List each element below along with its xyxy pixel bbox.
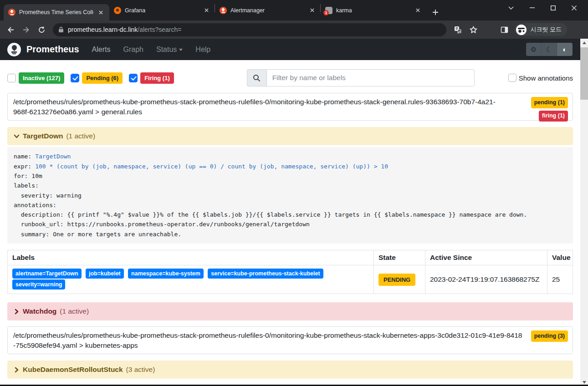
table-row: alertname=TargetDown job=kubelet namespa…: [8, 265, 573, 294]
column-header-labels: Labels: [8, 250, 374, 265]
incognito-icon: [516, 25, 527, 35]
rule-group-card-general: /etc/prometheus/rules/prometheus-kube-pr…: [7, 93, 573, 121]
nav-status[interactable]: Status: [156, 46, 183, 54]
incognito-badge[interactable]: 시크릿 모드: [515, 23, 567, 36]
column-header-active-since: Active Since: [425, 250, 547, 265]
window-controls: [501, 0, 584, 15]
pending-count-badge: pending (3): [531, 330, 568, 342]
close-icon[interactable]: [563, 0, 584, 15]
browser-toolbar: prometheus.learn-dc.link/alerts?search= …: [0, 20, 588, 39]
scroll-up-icon[interactable]: [580, 39, 588, 46]
show-annotations-label: Show annotations: [519, 74, 573, 82]
firing-filter-badge[interactable]: Firing (1): [140, 72, 174, 84]
url-host: prometheus.learn-dc.link: [68, 26, 138, 33]
chevron-down-icon: [179, 49, 183, 51]
maximize-icon[interactable]: [542, 0, 563, 15]
show-annotations-toggle[interactable]: Show annotations: [508, 74, 573, 82]
tab-close-icon[interactable]: [203, 6, 210, 14]
theme-switcher: ⚙ ☾ ◐: [526, 43, 573, 56]
search-input[interactable]: [266, 69, 475, 86]
chevron-right-icon: [14, 367, 20, 373]
tab-close-icon[interactable]: [97, 9, 105, 16]
tab-grafana[interactable]: Grafana: [109, 0, 215, 20]
rule-group-card-kubernetes-apps: /etc/prometheus/rules/prometheus-kube-pr…: [7, 326, 573, 354]
tab-prometheus[interactable]: Prometheus Time Series Collecti: [4, 4, 109, 20]
column-header-value: Value: [547, 250, 573, 265]
value-cell: 25: [547, 265, 573, 294]
settings-gear-icon[interactable]: ⚙: [526, 43, 542, 56]
alert-toggle-targetdown[interactable]: TargetDown (1 active): [7, 127, 573, 145]
reload-icon[interactable]: [35, 23, 48, 36]
page-scrollbar[interactable]: [580, 39, 588, 386]
label-badge: alertname=TargetDown: [12, 269, 82, 279]
tab-title: Prometheus Time Series Collecti: [19, 9, 93, 15]
prometheus-navbar: Prometheus Alerts Graph Status Help ⚙ ☾ …: [0, 39, 588, 60]
pending-checkbox[interactable]: [71, 74, 79, 82]
tab-karma[interactable]: 1 karma: [321, 0, 426, 20]
nav-graph[interactable]: Graph: [123, 46, 143, 54]
rule-file-path: /etc/prometheus/rules/prometheus-kube-pr…: [13, 97, 567, 117]
minimize-icon[interactable]: [522, 0, 542, 15]
state-cell: PENDING: [374, 265, 425, 294]
labels-cell: alertname=TargetDown job=kubelet namespa…: [8, 265, 374, 294]
address-bar[interactable]: prometheus.learn-dc.link/alerts?search=: [53, 23, 446, 36]
tab-title: Grafana: [125, 7, 199, 14]
browser-tab-bar: Prometheus Time Series Collecti Grafana …: [0, 0, 588, 20]
active-alerts-table: Labels State Active Since Value alertnam…: [7, 250, 573, 294]
incognito-label: 시크릿 모드: [530, 25, 562, 34]
lock-icon: [58, 26, 64, 33]
rule-file-path: /etc/prometheus/rules/prometheus-kube-pr…: [13, 330, 567, 350]
label-badge: namespace=kube-system: [128, 269, 204, 279]
alert-name: KubeDaemonSetRolloutStuck: [23, 366, 123, 374]
alert-toggle-kubedaemonsetrolloutstuck[interactable]: KubeDaemonSetRolloutStuck (3 active): [7, 361, 573, 379]
alerts-page: Inactive (127) Pending (6) Firing (1) Sh…: [0, 60, 580, 386]
extensions-puzzle-icon[interactable]: [482, 23, 496, 36]
tab-close-icon[interactable]: [308, 6, 316, 14]
firing-count-badge: firing (1): [539, 111, 568, 122]
rule-definition-code: name:TargetDown expr:100 * (count by (jo…: [7, 147, 573, 244]
tab-title: karma: [336, 7, 410, 14]
show-annotations-checkbox[interactable]: [508, 74, 516, 82]
alert-name: TargetDown: [23, 132, 63, 140]
prometheus-logo-icon[interactable]: [7, 43, 21, 56]
bookmark-star-icon[interactable]: [466, 23, 480, 36]
url-text: prometheus.learn-dc.link/alerts?search=: [68, 26, 181, 33]
tab-search-chevron-icon[interactable]: [501, 0, 522, 15]
search-icon: [247, 69, 266, 86]
nav-help[interactable]: Help: [195, 46, 210, 54]
tab-close-icon[interactable]: [414, 6, 422, 14]
auto-theme-contrast-icon[interactable]: ◐: [557, 43, 573, 56]
search-group: [247, 69, 475, 86]
firing-checkbox[interactable]: [129, 74, 138, 82]
nav-alerts[interactable]: Alerts: [92, 46, 111, 54]
translate-icon[interactable]: [451, 23, 465, 36]
scrollbar-thumb[interactable]: [580, 47, 588, 100]
kebab-menu-icon[interactable]: [571, 23, 584, 36]
alert-active-count: (1 active): [66, 132, 95, 140]
back-icon[interactable]: [4, 23, 17, 36]
tab-title: Alertmanager: [230, 7, 305, 14]
label-badge: job=kubelet: [86, 269, 124, 279]
karma-favicon-icon: 1: [325, 7, 332, 14]
prometheus-favicon-icon: [8, 9, 15, 16]
brand-title[interactable]: Prometheus: [26, 44, 79, 55]
chevron-down-icon: [14, 133, 20, 139]
label-badge: severity=warning: [12, 279, 65, 290]
alert-active-count: (1 active): [60, 307, 89, 315]
tab-alertmanager[interactable]: Alertmanager: [215, 0, 321, 20]
prometheus-favicon-icon: [220, 7, 227, 14]
alert-toggle-watchdog[interactable]: Watchdog (1 active): [7, 302, 573, 320]
state-badge: PENDING: [378, 274, 415, 286]
new-tab-button[interactable]: [429, 6, 442, 19]
url-path: /alerts?search=: [138, 26, 181, 33]
inactive-filter-badge[interactable]: Inactive (127): [19, 72, 64, 84]
side-panel-icon[interactable]: [497, 23, 511, 36]
inactive-checkbox[interactable]: [7, 74, 16, 82]
notification-badge: 1: [323, 10, 329, 15]
pending-filter-badge[interactable]: Pending (6): [82, 72, 123, 84]
column-header-state: State: [374, 250, 425, 265]
dark-theme-moon-icon[interactable]: ☾: [542, 43, 557, 56]
alert-active-count: (3 active): [126, 366, 155, 374]
pending-count-badge: pending (1): [531, 97, 568, 108]
forward-icon[interactable]: [19, 23, 33, 36]
